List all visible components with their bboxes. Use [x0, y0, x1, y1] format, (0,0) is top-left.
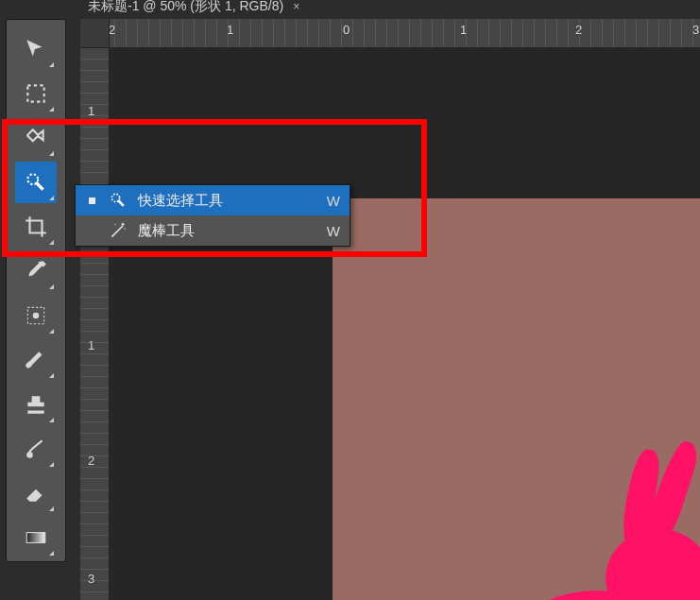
ruler-tick: 2 — [109, 23, 115, 37]
flyout-indicator-icon — [49, 462, 54, 467]
svg-rect-5 — [26, 533, 45, 543]
ruler-tick: 1 — [88, 104, 94, 118]
ruler-tick: 1 — [88, 338, 94, 352]
quick-selection-icon — [108, 190, 128, 211]
flyout-indicator-icon — [49, 506, 54, 511]
marquee-tool[interactable] — [15, 73, 57, 114]
document-title: 未标题-1 @ 50% (形状 1, RGB/8) — [88, 0, 283, 15]
flyout-indicator-icon — [49, 418, 54, 422]
ruler-tick: 0 — [343, 23, 350, 37]
ruler-tick: 2 — [575, 23, 582, 37]
eraser-icon — [24, 481, 48, 506]
flyout-indicator-icon — [49, 329, 54, 334]
flyout-indicator-icon — [49, 107, 54, 111]
flyout-item-label: 快速选择工具 — [138, 192, 327, 210]
svg-point-3 — [33, 313, 40, 319]
marquee-icon — [24, 81, 48, 106]
history-brush-icon — [24, 437, 48, 461]
quick-selection-icon — [24, 170, 48, 195]
brush-tool[interactable] — [15, 339, 57, 381]
flyout-indicator-icon — [49, 373, 54, 378]
flyout-indicator-icon — [49, 551, 54, 556]
healing-brush-icon — [24, 303, 48, 328]
move-icon — [24, 37, 48, 61]
selected-indicator-icon — [85, 194, 98, 207]
flyout-item-label: 魔棒工具 — [138, 222, 327, 240]
flyout-indicator-icon — [49, 151, 54, 156]
gradient-tool[interactable] — [15, 517, 57, 558]
history-brush-tool[interactable] — [15, 428, 57, 470]
tools-panel — [6, 19, 66, 562]
crop-icon — [24, 214, 48, 239]
tool-flyout-menu: 快速选择工具 W 魔棒工具 W — [75, 184, 350, 247]
lasso-tool[interactable] — [15, 117, 57, 159]
ruler-tick: 3 — [692, 23, 699, 37]
move-tool[interactable] — [15, 28, 57, 70]
stamp-icon — [24, 392, 48, 417]
document-canvas[interactable] — [333, 198, 700, 600]
ruler-tick: 1 — [227, 23, 233, 37]
flyout-item-shortcut: W — [327, 223, 340, 239]
ruler-tick: 1 — [460, 23, 467, 37]
close-tab-icon[interactable]: × — [293, 0, 299, 13]
lasso-icon — [24, 126, 48, 150]
clone-stamp-tool[interactable] — [15, 384, 57, 425]
flyout-item-shortcut: W — [327, 193, 340, 209]
flyout-item-quick-selection[interactable]: 快速选择工具 W — [76, 185, 350, 215]
horizontal-ruler: 2 1 0 1 2 3 — [80, 19, 700, 47]
eraser-tool[interactable] — [15, 472, 57, 514]
svg-rect-0 — [27, 85, 43, 101]
flyout-indicator-icon — [49, 284, 54, 289]
healing-brush-tool[interactable] — [15, 295, 57, 336]
shape-rabbit[interactable] — [464, 444, 700, 600]
gradient-icon — [24, 525, 48, 550]
ruler-tick: 3 — [88, 572, 94, 586]
flyout-indicator-icon — [49, 196, 54, 200]
quick-selection-tool[interactable] — [15, 162, 57, 203]
vertical-ruler: 1 0 1 2 3 — [80, 47, 109, 600]
magic-wand-icon — [108, 220, 128, 241]
flyout-item-magic-wand[interactable]: 魔棒工具 W — [76, 215, 350, 246]
crop-tool[interactable] — [15, 206, 57, 248]
brush-icon — [24, 348, 48, 372]
eyedropper-icon — [24, 259, 48, 283]
flyout-indicator-icon — [49, 240, 54, 245]
selected-indicator-icon — [85, 224, 98, 237]
svg-point-4 — [26, 452, 33, 458]
document-tab[interactable]: 未标题-1 @ 50% (形状 1, RGB/8) × — [80, 0, 307, 19]
ruler-origin-corner[interactable] — [80, 19, 110, 48]
flyout-indicator-icon — [49, 62, 54, 67]
eyedropper-tool[interactable] — [15, 250, 57, 292]
ruler-tick: 2 — [88, 454, 94, 468]
